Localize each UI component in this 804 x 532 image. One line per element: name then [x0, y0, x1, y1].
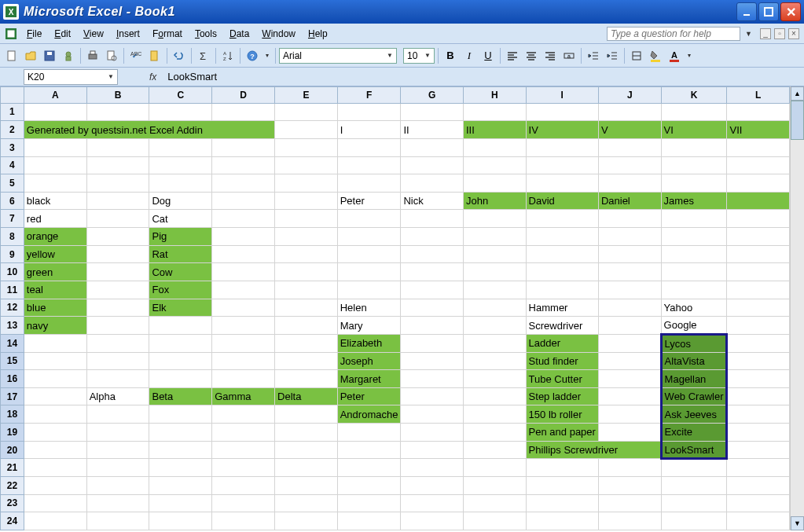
- scroll-down-icon[interactable]: ▼: [791, 516, 804, 530]
- cell-E10[interactable]: [275, 263, 338, 281]
- font-name-select[interactable]: Arial▼: [279, 48, 397, 64]
- cell-H17[interactable]: [464, 387, 527, 405]
- bold-icon[interactable]: B: [442, 47, 459, 64]
- cell-H8[interactable]: [464, 228, 527, 246]
- cell-K5[interactable]: [661, 174, 727, 193]
- fx-icon[interactable]: fx: [149, 72, 156, 83]
- cell-E19[interactable]: [275, 424, 338, 442]
- cell-G10[interactable]: [401, 263, 464, 281]
- cell-L14[interactable]: [727, 334, 790, 352]
- cell-B18[interactable]: [86, 405, 149, 424]
- merge-center-icon[interactable]: a: [560, 47, 578, 64]
- cell-H24[interactable]: [464, 512, 527, 530]
- cell-B21[interactable]: [86, 459, 149, 477]
- cell-L17[interactable]: [727, 387, 790, 405]
- cell-C22[interactable]: [149, 477, 212, 495]
- row-header-1[interactable]: 1: [1, 103, 24, 121]
- cell-F6[interactable]: Peter: [337, 192, 401, 210]
- cell-A18[interactable]: [24, 405, 86, 424]
- new-icon[interactable]: [3, 47, 20, 64]
- cell-H6[interactable]: John: [464, 192, 527, 210]
- print-icon[interactable]: [84, 47, 101, 64]
- row-header-23[interactable]: 23: [1, 494, 24, 512]
- cell-D6[interactable]: [212, 192, 275, 210]
- align-center-icon[interactable]: [523, 47, 540, 64]
- row-header-19[interactable]: 19: [1, 424, 24, 442]
- col-header-E[interactable]: E: [275, 87, 338, 104]
- cell-K12[interactable]: Yahoo: [661, 299, 727, 317]
- cell-G16[interactable]: [401, 370, 464, 388]
- font-color-icon[interactable]: A: [666, 47, 683, 64]
- inner-close-button[interactable]: ×: [788, 28, 799, 39]
- cell-A5[interactable]: [24, 174, 86, 193]
- cell-B15[interactable]: [86, 352, 149, 370]
- cell-D22[interactable]: [212, 477, 275, 495]
- cell-A2[interactable]: Generated by questsin.net Excel Addin: [24, 121, 274, 139]
- cell-G11[interactable]: [401, 281, 464, 299]
- cell-C5[interactable]: [149, 174, 212, 193]
- cell-C23[interactable]: [149, 494, 212, 512]
- format-overflow-icon[interactable]: ▾: [688, 52, 691, 59]
- cell-F20[interactable]: [337, 441, 401, 459]
- cell-I2[interactable]: IV: [526, 121, 598, 139]
- cell-I20[interactable]: Phillips Screwdriver: [526, 441, 661, 459]
- cell-L19[interactable]: [727, 424, 790, 442]
- cell-A21[interactable]: [24, 459, 86, 477]
- cell-D4[interactable]: [212, 156, 275, 174]
- cell-B11[interactable]: [86, 281, 149, 299]
- cell-B8[interactable]: [86, 228, 149, 246]
- menu-window[interactable]: Window: [255, 27, 302, 41]
- cell-G3[interactable]: [401, 138, 464, 156]
- cell-G4[interactable]: [401, 156, 464, 174]
- cell-E11[interactable]: [275, 281, 338, 299]
- cell-B14[interactable]: [86, 334, 149, 352]
- cell-E2[interactable]: [275, 121, 338, 139]
- cell-I10[interactable]: [526, 263, 598, 281]
- cell-G18[interactable]: [401, 405, 464, 424]
- cell-K6[interactable]: James: [661, 192, 727, 210]
- cell-L18[interactable]: [727, 405, 790, 424]
- cell-F18[interactable]: Andromache: [337, 405, 401, 424]
- cell-E16[interactable]: [275, 370, 338, 388]
- cell-F17[interactable]: Peter: [337, 387, 401, 405]
- cell-F13[interactable]: Mary: [337, 317, 401, 335]
- cell-B19[interactable]: [86, 424, 149, 442]
- cell-G21[interactable]: [401, 459, 464, 477]
- cell-D14[interactable]: [212, 334, 275, 352]
- open-icon[interactable]: [22, 47, 39, 64]
- cell-J9[interactable]: [598, 245, 661, 263]
- cell-F16[interactable]: Margaret: [337, 370, 401, 388]
- cell-A20[interactable]: [24, 441, 86, 459]
- cell-I13[interactable]: Screwdriver: [526, 317, 598, 335]
- cell-A4[interactable]: [24, 156, 86, 174]
- row-header-9[interactable]: 9: [1, 245, 24, 263]
- cell-A22[interactable]: [24, 477, 86, 495]
- close-button[interactable]: ✕: [780, 2, 801, 21]
- cell-F3[interactable]: [337, 138, 401, 156]
- cell-A23[interactable]: [24, 494, 86, 512]
- cell-B9[interactable]: [86, 245, 149, 263]
- toolbar-overflow-icon[interactable]: ▾: [266, 52, 269, 59]
- cell-H11[interactable]: [464, 281, 527, 299]
- cell-D19[interactable]: [212, 424, 275, 442]
- cell-E12[interactable]: [275, 299, 338, 317]
- cell-D10[interactable]: [212, 263, 275, 281]
- cell-G9[interactable]: [401, 245, 464, 263]
- cell-L1[interactable]: [727, 103, 790, 121]
- col-header-L[interactable]: L: [727, 87, 790, 104]
- cell-A24[interactable]: [24, 512, 86, 530]
- cell-K14[interactable]: Lycos: [661, 334, 727, 352]
- cell-K11[interactable]: [661, 281, 727, 299]
- cell-D20[interactable]: [212, 441, 275, 459]
- cell-K15[interactable]: AltaVista: [661, 352, 727, 370]
- spreadsheet-grid[interactable]: ABCDEFGHIJKL12Generated by questsin.net …: [0, 86, 790, 530]
- cell-I16[interactable]: Tube Cutter: [526, 370, 598, 388]
- cell-F15[interactable]: Joseph: [337, 352, 401, 370]
- scroll-up-icon[interactable]: ▲: [791, 86, 804, 101]
- cell-G19[interactable]: [401, 424, 464, 442]
- cell-J15[interactable]: [598, 352, 661, 370]
- cell-L15[interactable]: [727, 352, 790, 370]
- cell-A3[interactable]: [24, 138, 86, 156]
- cell-D13[interactable]: [212, 317, 275, 335]
- col-header-A[interactable]: A: [24, 87, 86, 104]
